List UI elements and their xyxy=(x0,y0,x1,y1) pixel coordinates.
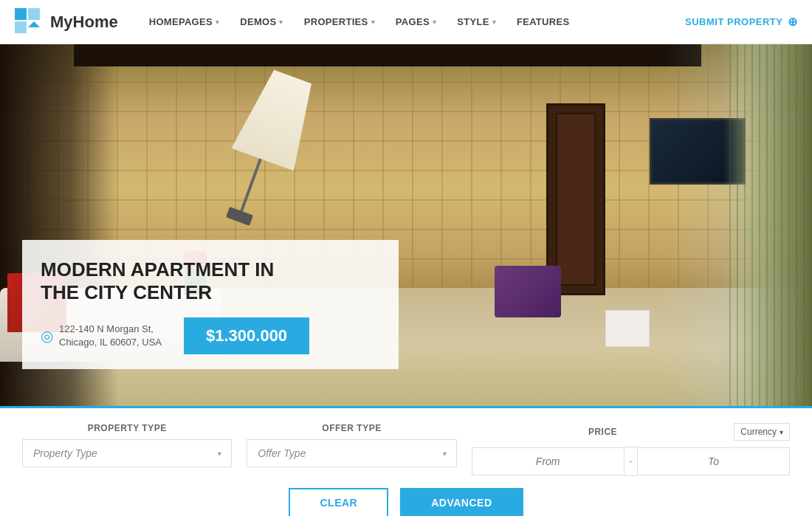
currency-label: Currency xyxy=(740,427,777,437)
price-to-input[interactable] xyxy=(637,447,790,475)
property-type-select[interactable]: Property Type ▾ xyxy=(22,439,232,467)
nav-properties[interactable]: PROPERTIES ▾ xyxy=(295,10,384,33)
property-address-wrap: ◎ 122-140 N Morgan St, Chicago, IL 60607… xyxy=(41,323,162,349)
purple-chair-decoration xyxy=(495,266,561,317)
svg-rect-1 xyxy=(28,8,40,20)
property-type-value: Property Type xyxy=(33,447,97,459)
property-address: 122-140 N Morgan St, Chicago, IL 60607, … xyxy=(59,323,162,349)
chevron-down-icon: ▾ xyxy=(492,18,496,26)
property-price-button[interactable]: $1.300.000 xyxy=(184,317,309,354)
offer-type-value: Offer Type xyxy=(258,447,306,459)
price-header-row: PRICE Currency ▾ xyxy=(472,423,790,441)
price-group: PRICE Currency ▾ - xyxy=(472,423,790,476)
navbar: MyHome HOMEPAGES ▾ DEMOS ▾ PROPERTIES ▾ … xyxy=(0,0,812,44)
plus-icon: ⊕ xyxy=(788,15,798,29)
currency-arrow-icon: ▾ xyxy=(780,428,783,436)
search-fields: PROPERTY TYPE Property Type ▾ OFFER TYPE… xyxy=(22,423,790,476)
search-bar: PROPERTY TYPE Property Type ▾ OFFER TYPE… xyxy=(0,406,812,516)
property-type-group: PROPERTY TYPE Property Type ▾ xyxy=(22,423,232,467)
room-ceiling xyxy=(74,44,701,66)
svg-rect-0 xyxy=(15,8,27,20)
offer-type-label: OFFER TYPE xyxy=(247,423,456,433)
property-info-overlay: MODERN APARTMENT IN THE CITY CENTER ◎ 12… xyxy=(22,240,399,369)
property-type-label: PROPERTY TYPE xyxy=(22,423,232,433)
nav-style[interactable]: STYLE ▾ xyxy=(448,10,505,33)
offer-type-select[interactable]: Offer Type ▾ xyxy=(247,439,456,467)
property-title: MODERN APARTMENT IN THE CITY CENTER xyxy=(41,258,376,304)
svg-rect-2 xyxy=(15,21,27,33)
price-label: PRICE xyxy=(472,427,734,437)
advanced-button[interactable]: ADVANCED xyxy=(400,488,523,516)
white-table-decoration xyxy=(605,310,650,347)
nav-links: HOMEPAGES ▾ DEMOS ▾ PROPERTIES ▾ PAGES ▾… xyxy=(140,10,685,33)
chevron-down-icon: ▾ xyxy=(216,18,219,26)
property-type-arrow-icon: ▾ xyxy=(217,450,221,458)
chevron-down-icon: ▾ xyxy=(279,18,283,26)
clear-button[interactable]: CLEAR xyxy=(289,488,388,516)
price-range-row: - xyxy=(472,447,790,476)
logo-text: MyHome xyxy=(50,13,118,32)
chevron-down-icon: ▾ xyxy=(371,18,375,26)
search-actions: CLEAR ADVANCED xyxy=(22,488,790,516)
svg-marker-3 xyxy=(28,21,40,27)
logo-icon xyxy=(15,8,44,36)
currency-select[interactable]: Currency ▾ xyxy=(734,423,790,441)
nav-demos[interactable]: DEMOS ▾ xyxy=(231,10,292,33)
chevron-down-icon: ▾ xyxy=(433,18,436,26)
location-pin-icon: ◎ xyxy=(41,327,53,345)
property-meta: ◎ 122-140 N Morgan St, Chicago, IL 60607… xyxy=(41,317,376,354)
offer-type-arrow-icon: ▾ xyxy=(442,450,446,458)
price-dash: - xyxy=(625,447,637,476)
curtain-stripes xyxy=(723,44,812,406)
offer-type-group: OFFER TYPE Offer Type ▾ xyxy=(247,423,456,467)
nav-pages[interactable]: PAGES ▾ xyxy=(387,10,445,33)
price-from-input[interactable] xyxy=(472,447,625,475)
nav-homepages[interactable]: HOMEPAGES ▾ xyxy=(140,10,229,33)
submit-property-button[interactable]: SUBMIT PROPERTY ⊕ xyxy=(685,15,797,29)
logo[interactable]: MyHome xyxy=(15,8,118,36)
nav-features[interactable]: FEATURES xyxy=(508,10,579,33)
hero-section: MODERN APARTMENT IN THE CITY CENTER ◎ 12… xyxy=(0,44,812,406)
